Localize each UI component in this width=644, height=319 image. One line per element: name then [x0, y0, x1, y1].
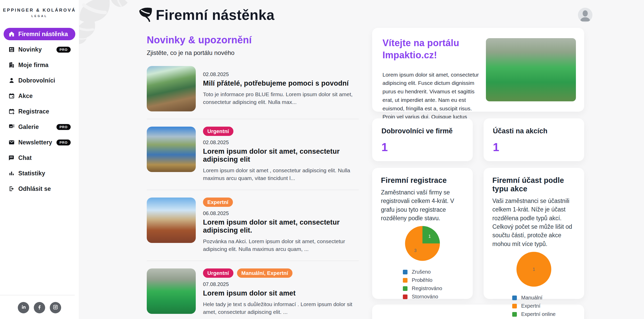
volunteers-photo	[147, 268, 196, 314]
news-item-title: Lorem ipsum dolor sit amet, consectetur …	[203, 218, 359, 234]
legend-label: Expertní	[521, 303, 540, 309]
person-icon	[8, 77, 15, 84]
chart-card: Firemní registraceZaměstnanci vaší firmy…	[372, 168, 473, 299]
stat-title: Dobrovolníci ve firmě	[381, 127, 463, 135]
company-name: EPPINGER & KOLÁROVÁ	[0, 8, 79, 13]
svg-text:1: 1	[428, 234, 431, 239]
legend-label: Stornováno	[412, 294, 438, 300]
chart-legend: ManuálníExpertníExpertní online	[512, 295, 556, 317]
instagram-icon	[52, 304, 59, 311]
legend-label: Expertní online	[521, 311, 556, 317]
company-subtitle: LEGAL	[0, 14, 79, 18]
user-avatar[interactable]	[578, 8, 592, 22]
news-item[interactable]: UrgentníManuální, Expertní07.08.2025Lore…	[147, 261, 359, 319]
chart-legend: ZrušenoProběhloRegistrovánoStornováno	[403, 269, 442, 300]
badge-row: Expertní	[203, 198, 359, 207]
sidebar-item-registrace[interactable]: Registrace	[4, 105, 75, 118]
legend-row: Zrušeno	[403, 269, 442, 275]
sidebar: EPPINGER & KOLÁROVÁ LEGAL Firemní nástěn…	[0, 0, 79, 319]
sidebar-item-label: Chat	[18, 154, 32, 161]
home-icon	[8, 31, 15, 37]
legend-swatch	[512, 304, 517, 308]
legend-row: Manuální	[512, 295, 556, 301]
legend-swatch	[403, 295, 407, 299]
legend-swatch	[403, 270, 407, 274]
stat-card: Účasti na akcích1	[484, 118, 584, 161]
sidebar-item-odhl-sit-se[interactable]: Odhlásit se	[4, 183, 75, 195]
page-header: Firemní nástěnka	[138, 6, 644, 24]
chat-icon	[8, 154, 15, 161]
logout-icon	[8, 185, 15, 192]
news-item-body: Expertní06.08.2025Lorem ipsum dolor sit …	[203, 198, 359, 253]
pie-chart: 13	[403, 224, 442, 263]
sidebar-item-chat[interactable]: Chat	[4, 152, 75, 164]
facebook-button[interactable]	[34, 302, 45, 313]
legend-label: Manuální	[521, 295, 542, 301]
chart-title: Firemní registrace	[381, 176, 464, 185]
sidebar-item-newslettery[interactable]: NewsletteryPRO	[4, 136, 75, 149]
news-item-excerpt: Lorem ipsum dolor sit amet , consectetur…	[203, 167, 359, 182]
legend-row: Expertní	[512, 303, 556, 309]
linkedin-button[interactable]	[18, 302, 29, 313]
stats-icon	[8, 170, 15, 177]
news-item-excerpt: Hele tady je text s duůležitou informací…	[203, 300, 359, 316]
news-section: Novinky & upozornění Zjistěte, co je na …	[147, 35, 359, 319]
news-date: 02.08.2025	[203, 140, 359, 145]
news-item[interactable]: 02.08.2025Milí přátelé, potřebujeme pomo…	[147, 59, 359, 119]
stat-value: 1	[493, 141, 575, 154]
sidebar-item-label: Galerie	[18, 124, 39, 130]
sidebar-item-label: Novinky	[18, 46, 42, 53]
main-content: Firemní nástěnka Novinky & upozornění Zj…	[79, 0, 644, 319]
legend-swatch	[403, 278, 407, 283]
instagram-button[interactable]	[50, 302, 61, 313]
legend-swatch	[512, 296, 517, 300]
legend-label: Zrušeno	[412, 269, 431, 275]
sidebar-item-akce[interactable]: Akce	[4, 90, 75, 102]
sidebar-item-label: Odhlásit se	[18, 185, 51, 192]
pie-chart-wrap: 1	[492, 250, 575, 289]
stat-card: Dobrovolníci ve firmě1	[372, 118, 473, 161]
chart-card: Firemní účast podle typu akceVaši zaměst…	[484, 168, 584, 299]
sidebar-item-statistiky[interactable]: Statistiky	[4, 167, 75, 179]
welcome-text: Vítejte na portálu Impaktio.cz! Lorem ip…	[382, 37, 486, 102]
dashboard-section: Vítejte na portálu Impaktio.cz! Lorem ip…	[372, 28, 584, 319]
legend-row: Proběhlo	[403, 277, 442, 283]
badge-row: Urgentní	[203, 127, 359, 136]
news-item-title: Lorem ipsum dolor sit amet, consectetur …	[203, 148, 359, 163]
calendar-plus-icon	[8, 108, 15, 115]
news-badge: Expertní	[203, 198, 233, 207]
chart-description: Vaši zaměstnanci se účastnili celkem 1-k…	[492, 197, 575, 248]
news-section-subtitle: Zjistěte, co je na portálu nového	[147, 49, 359, 56]
sidebar-item-firemn-n-st-nka[interactable]: Firemní nástěnka	[4, 28, 75, 40]
sidebar-item-label: Statistiky	[18, 170, 45, 177]
sidebar-item-dobrovoln-ci[interactable]: Dobrovolníci	[4, 74, 75, 87]
news-badge: Urgentní	[203, 268, 233, 278]
linkedin-icon	[20, 304, 27, 311]
social-links	[0, 302, 79, 313]
svg-text:3: 3	[414, 249, 417, 253]
legend-swatch	[512, 312, 517, 317]
legend-row: Registrováno	[403, 285, 442, 291]
sidebar-item-galerie[interactable]: GaleriePRO	[4, 121, 75, 133]
sidebar-item-label: Dobrovolníci	[18, 77, 55, 84]
sidebar-item-label: Registrace	[18, 108, 49, 115]
news-list: 02.08.2025Milí přátelé, potřebujeme pomo…	[147, 59, 359, 319]
facebook-icon	[36, 304, 43, 311]
mail-icon	[8, 139, 15, 146]
pie-chart-wrap: 13	[381, 224, 464, 263]
pro-badge: PRO	[56, 124, 71, 130]
calendar-icon	[8, 93, 15, 99]
gallery-icon	[8, 124, 15, 130]
welcome-title: Vítejte na portálu Impaktio.cz!	[382, 37, 479, 61]
charts-row: Firemní registraceZaměstnanci vaší firmy…	[372, 168, 584, 299]
news-item-excerpt: Pozvánka na Akci. Lorem ipsum dolor sit …	[203, 238, 359, 253]
news-item[interactable]: Expertní06.08.2025Lorem ipsum dolor sit …	[147, 190, 359, 261]
legend-row: Stornováno	[403, 294, 442, 300]
sidebar-item-moje-firma[interactable]: Moje firma	[4, 59, 75, 71]
pie-chart: 1	[515, 250, 553, 289]
svg-text:1: 1	[533, 267, 535, 272]
news-item-body: 02.08.2025Milí přátelé, potřebujeme pomo…	[203, 66, 359, 111]
castle-photo	[147, 198, 196, 243]
news-item[interactable]: Urgentní02.08.2025Lorem ipsum dolor sit …	[147, 119, 359, 190]
sidebar-item-novinky[interactable]: NovinkyPRO	[4, 43, 75, 56]
